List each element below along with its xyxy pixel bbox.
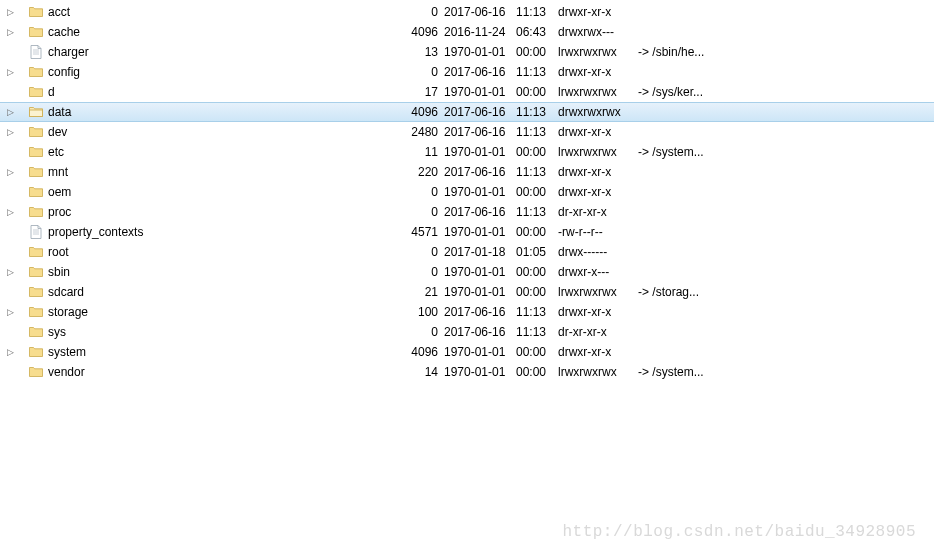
tree-row[interactable]: ▷cache40962016-11-2406:43drwxrwx--- <box>0 22 934 42</box>
file-time: 06:43 <box>516 22 558 42</box>
file-size: 4096 <box>404 22 444 42</box>
file-permissions: -rw-r--r-- <box>558 222 638 242</box>
folder-icon <box>28 64 44 80</box>
folder-icon <box>28 324 44 340</box>
file-size: 0 <box>404 182 444 202</box>
tree-row[interactable]: ▷proc02017-06-1611:13dr-xr-xr-x <box>0 202 934 222</box>
folder-icon <box>28 364 44 380</box>
tree-row[interactable]: root02017-01-1801:05drwx------ <box>0 242 934 262</box>
folder-icon <box>28 164 44 180</box>
tree-row[interactable]: sys02017-06-1611:13dr-xr-xr-x <box>0 322 934 342</box>
file-date: 1970-01-01 <box>444 222 516 242</box>
file-time: 11:13 <box>516 103 558 121</box>
file-date: 2016-11-24 <box>444 22 516 42</box>
watermark-text: http://blog.csdn.net/baidu_34928905 <box>562 523 916 541</box>
expand-icon[interactable]: ▷ <box>4 202 16 222</box>
tree-row[interactable]: sdcard211970-01-0100:00lrwxrwxrwx-> /sto… <box>0 282 934 302</box>
file-size: 0 <box>404 62 444 82</box>
file-name: config <box>48 62 404 82</box>
file-date: 2017-01-18 <box>444 242 516 262</box>
tree-row[interactable]: ▷config02017-06-1611:13drwxr-xr-x <box>0 62 934 82</box>
symlink-target: -> /system... <box>638 142 728 162</box>
file-time: 00:00 <box>516 182 558 202</box>
file-date: 2017-06-16 <box>444 62 516 82</box>
folder-icon <box>28 344 44 360</box>
file-date: 1970-01-01 <box>444 82 516 102</box>
expand-icon[interactable]: ▷ <box>4 342 16 362</box>
tree-row[interactable]: d171970-01-0100:00lrwxrwxrwx-> /sys/ker.… <box>0 82 934 102</box>
folder-icon <box>28 264 44 280</box>
expand-icon[interactable]: ▷ <box>4 22 16 42</box>
file-date: 1970-01-01 <box>444 262 516 282</box>
file-date: 1970-01-01 <box>444 142 516 162</box>
file-permissions: drwxrwxrwx <box>558 103 638 121</box>
file-time: 00:00 <box>516 282 558 302</box>
file-permissions: drwxr-xr-x <box>558 122 638 142</box>
file-permissions: drwxrwx--- <box>558 22 638 42</box>
expand-icon[interactable]: ▷ <box>4 122 16 142</box>
file-date: 2017-06-16 <box>444 302 516 322</box>
file-time: 11:13 <box>516 62 558 82</box>
symlink-target: -> /system... <box>638 362 728 382</box>
file-time: 01:05 <box>516 242 558 262</box>
expand-icon[interactable]: ▷ <box>4 103 16 121</box>
symlink-target: -> /sbin/he... <box>638 42 728 62</box>
file-time: 11:13 <box>516 322 558 342</box>
tree-row[interactable]: vendor141970-01-0100:00lrwxrwxrwx-> /sys… <box>0 362 934 382</box>
file-date: 2017-06-16 <box>444 162 516 182</box>
file-permissions: drwx------ <box>558 242 638 262</box>
file-permissions: dr-xr-xr-x <box>558 322 638 342</box>
expand-icon[interactable]: ▷ <box>4 262 16 282</box>
file-size: 14 <box>404 362 444 382</box>
tree-row[interactable]: ▷system40961970-01-0100:00drwxr-xr-x <box>0 342 934 362</box>
file-permissions: drwxr-xr-x <box>558 342 638 362</box>
expand-icon[interactable]: ▷ <box>4 302 16 322</box>
tree-row[interactable]: charger131970-01-0100:00lrwxrwxrwx-> /sb… <box>0 42 934 62</box>
tree-row[interactable]: ▷data40962017-06-1611:13drwxrwxrwx <box>0 102 934 122</box>
file-date: 1970-01-01 <box>444 182 516 202</box>
symlink-target: -> /storag... <box>638 282 728 302</box>
file-name: dev <box>48 122 404 142</box>
file-permissions: lrwxrwxrwx <box>558 362 638 382</box>
file-size: 13 <box>404 42 444 62</box>
file-date: 2017-06-16 <box>444 122 516 142</box>
file-name: data <box>48 103 404 121</box>
file-date: 2017-06-16 <box>444 103 516 121</box>
expand-icon[interactable]: ▷ <box>4 2 16 22</box>
file-permissions: lrwxrwxrwx <box>558 282 638 302</box>
tree-row[interactable]: ▷dev24802017-06-1611:13drwxr-xr-x <box>0 122 934 142</box>
tree-row[interactable]: ▷acct02017-06-1611:13drwxr-xr-x <box>0 2 934 22</box>
file-name: root <box>48 242 404 262</box>
folder-icon <box>28 4 44 20</box>
file-time: 00:00 <box>516 42 558 62</box>
tree-row[interactable]: ▷mnt2202017-06-1611:13drwxr-xr-x <box>0 162 934 182</box>
tree-row[interactable]: oem01970-01-0100:00drwxr-xr-x <box>0 182 934 202</box>
tree-row[interactable]: ▷storage1002017-06-1611:13drwxr-xr-x <box>0 302 934 322</box>
expand-icon[interactable]: ▷ <box>4 162 16 182</box>
folder-icon <box>28 304 44 320</box>
tree-row[interactable]: ▷sbin01970-01-0100:00drwxr-x--- <box>0 262 934 282</box>
file-time: 00:00 <box>516 222 558 242</box>
file-time: 00:00 <box>516 82 558 102</box>
file-name: system <box>48 342 404 362</box>
file-name: sys <box>48 322 404 342</box>
file-size: 17 <box>404 82 444 102</box>
file-size: 0 <box>404 2 444 22</box>
file-size: 220 <box>404 162 444 182</box>
file-permissions: drwxr-xr-x <box>558 162 638 182</box>
file-permissions: drwxr-xr-x <box>558 302 638 322</box>
file-permissions: lrwxrwxrwx <box>558 142 638 162</box>
expand-icon[interactable]: ▷ <box>4 62 16 82</box>
file-date: 1970-01-01 <box>444 362 516 382</box>
tree-row[interactable]: property_contexts45711970-01-0100:00-rw-… <box>0 222 934 242</box>
file-name: oem <box>48 182 404 202</box>
file-size: 0 <box>404 322 444 342</box>
tree-row[interactable]: etc111970-01-0100:00lrwxrwxrwx-> /system… <box>0 142 934 162</box>
folder-icon <box>28 244 44 260</box>
file-permissions: lrwxrwxrwx <box>558 82 638 102</box>
file-tree[interactable]: ▷acct02017-06-1611:13drwxr-xr-x▷cache409… <box>0 0 934 382</box>
file-name: vendor <box>48 362 404 382</box>
file-size: 21 <box>404 282 444 302</box>
folder-icon <box>28 84 44 100</box>
file-size: 4571 <box>404 222 444 242</box>
